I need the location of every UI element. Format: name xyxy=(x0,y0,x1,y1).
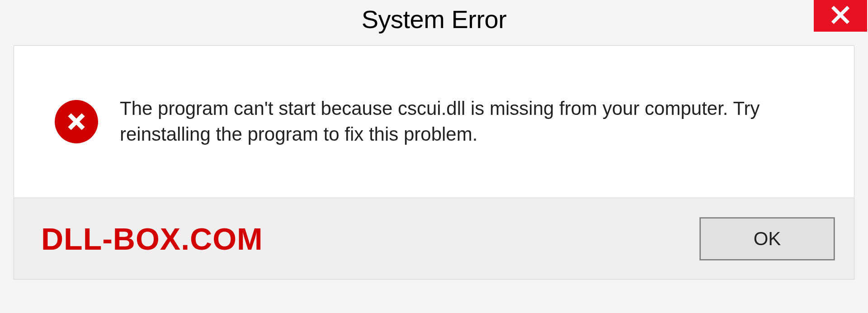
close-button[interactable] xyxy=(814,0,867,32)
error-message: The program can't start because cscui.dl… xyxy=(120,96,854,147)
brand-watermark: DLL-BOX.COM xyxy=(41,221,263,256)
ok-button[interactable]: OK xyxy=(699,217,835,261)
ok-button-label: OK xyxy=(754,228,781,250)
dialog-title: System Error xyxy=(362,5,507,34)
content-panel: The program can't start because cscui.dl… xyxy=(14,45,854,198)
footer-panel: DLL-BOX.COM OK xyxy=(14,198,854,280)
error-icon xyxy=(55,100,98,143)
titlebar: System Error xyxy=(0,0,868,45)
close-icon xyxy=(830,5,850,27)
